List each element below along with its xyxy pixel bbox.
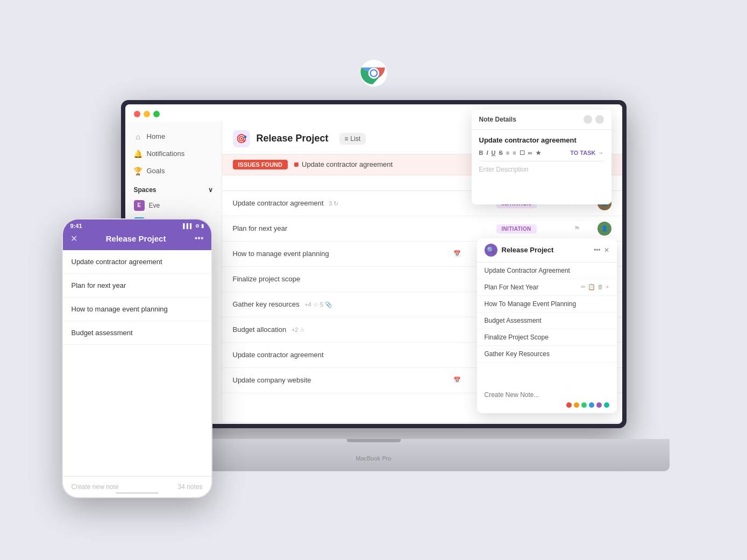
spaces-label: Spaces — [134, 186, 156, 194]
release-notes-panel: 🔍 Release Project ••• ✕ Update Contracto… — [477, 238, 617, 413]
underline-button[interactable]: U — [492, 150, 496, 156]
svg-point-6 — [371, 70, 376, 75]
note-description[interactable]: Enter Description — [479, 166, 604, 198]
color-dot-blue[interactable] — [589, 402, 594, 408]
space-item-eve[interactable]: E Eve — [125, 197, 222, 214]
space-badge: E — [134, 200, 145, 211]
bell-icon: 🔔 — [134, 150, 143, 158]
color-dot-green[interactable] — [581, 402, 587, 408]
popup-controls — [584, 115, 604, 124]
list-item[interactable]: Budget assessment — [63, 321, 211, 345]
release-panel-footer — [477, 384, 617, 413]
mobile-phone: 9:41 ▌▌▌ ⊘ ▮ ✕ Release Project ••• Updat… — [62, 218, 212, 498]
phone-header: ✕ Release Project ••• — [63, 229, 211, 250]
color-selector — [485, 402, 609, 408]
list-item[interactable]: Update contractor agreement — [63, 250, 211, 274]
phone-notes-count: 34 notes — [177, 483, 202, 491]
chevron-down-icon: ∨ — [208, 186, 213, 194]
popup-close-btn[interactable] — [595, 115, 604, 124]
release-panel-actions: ••• ✕ — [594, 246, 609, 254]
project-icon: 🎯 — [233, 130, 250, 147]
color-dot-teal[interactable] — [604, 402, 609, 408]
minimize-button[interactable] — [144, 111, 150, 117]
list-item[interactable]: Update Contractor Agreement — [477, 263, 617, 279]
list-item[interactable]: Budget Assessment — [477, 313, 617, 329]
create-note-input[interactable] — [485, 391, 609, 399]
phone-status-icons: ▌▌▌ ⊘ ▮ — [183, 223, 203, 229]
list-item[interactable]: Plan for next year — [63, 274, 211, 297]
italic-button[interactable]: I — [486, 150, 488, 156]
checkbox-button[interactable]: ☐ — [520, 150, 525, 157]
link-button[interactable]: ∞ — [528, 150, 532, 156]
list-item[interactable]: Gather Key Resources — [477, 346, 617, 363]
arrow-icon: → — [598, 150, 604, 156]
popup-body: Update contractor agreement B I U S ≡ ≡ … — [472, 130, 611, 204]
add-note-button[interactable]: + — [606, 283, 609, 290]
tab-list[interactable]: ≡ List — [339, 133, 366, 145]
popup-toolbar: B I U S ≡ ≡ ☐ ∞ ★ TO TASK → — [479, 150, 604, 161]
copy-note-button[interactable]: 📋 — [588, 283, 595, 290]
release-panel-title: Release Project — [502, 246, 589, 254]
phone-handle — [116, 492, 159, 494]
battery-icon: ▮ — [201, 223, 204, 229]
close-button[interactable] — [134, 111, 140, 117]
release-panel-header: 🔍 Release Project ••• ✕ — [477, 238, 617, 263]
color-dot-red[interactable] — [566, 402, 572, 408]
numbered-list-button[interactable]: ≡ — [513, 150, 516, 156]
more-options-button[interactable]: ••• — [594, 246, 601, 254]
edit-note-button[interactable]: ✏ — [581, 283, 586, 290]
table-row[interactable]: Plan for next year INITIATION ⚑ 👤 — [222, 216, 622, 242]
list-item[interactable]: Plan For Next Year ✏ 📋 🗑 + — [477, 279, 617, 296]
search-icon[interactable]: 🔍 — [485, 244, 497, 257]
note-item-actions: ✏ 📋 🗑 + — [581, 283, 609, 290]
list-item[interactable]: Finalize Project Scope — [477, 329, 617, 346]
color-dot-purple[interactable] — [596, 402, 602, 408]
issues-badge: ISSUES FOUND — [233, 160, 288, 169]
sidebar-item-goals[interactable]: 🏆 Goals — [125, 162, 222, 180]
chrome-icon — [360, 60, 387, 87]
close-panel-button[interactable]: ✕ — [604, 246, 609, 254]
to-task-button[interactable]: TO TASK → — [570, 150, 603, 156]
popup-note-title: Update contractor agreement — [479, 136, 604, 144]
bullet-list-button[interactable]: ≡ — [506, 150, 509, 156]
stage-badge: INITIATION — [496, 224, 537, 233]
phone-time: 9:41 — [70, 223, 82, 229]
macbook-notch — [347, 439, 401, 442]
issue-dot — [294, 162, 298, 167]
wifi-icon: ⊘ — [195, 223, 200, 229]
maximize-button[interactable] — [153, 111, 160, 117]
sidebar-item-home[interactable]: ⌂ Home — [125, 128, 222, 145]
phone-more-button[interactable]: ••• — [195, 233, 204, 243]
phone-note-list: Update contractor agreement Plan for nex… — [63, 250, 211, 345]
phone-create-note-label[interactable]: Create new note — [72, 483, 119, 491]
trophy-icon: 🏆 — [134, 167, 143, 175]
popup-minimize-btn[interactable] — [584, 115, 592, 124]
bold-button[interactable]: B — [479, 150, 483, 156]
signal-icon: ▌▌▌ — [183, 223, 193, 229]
avatar: 👤 — [597, 222, 611, 236]
color-dot-orange[interactable] — [574, 402, 579, 408]
home-icon: ⌂ — [134, 132, 143, 141]
sidebar-item-notifications[interactable]: 🔔 Notifications — [125, 145, 222, 162]
issue-item[interactable]: Update contractor agreement — [294, 160, 393, 168]
list-item[interactable]: How To Manage Event Planning — [477, 296, 617, 313]
phone-project-title: Release Project — [106, 234, 166, 243]
view-tabs: ≡ List — [339, 133, 366, 145]
phone-status-bar: 9:41 ▌▌▌ ⊘ ▮ — [63, 219, 211, 229]
phone-close-button[interactable]: ✕ — [70, 233, 77, 244]
page-title: Release Project — [257, 133, 329, 144]
list-icon: ≡ — [345, 135, 348, 143]
delete-note-button[interactable]: 🗑 — [597, 283, 603, 290]
star-button[interactable]: ★ — [536, 150, 541, 157]
strikethrough-button[interactable]: S — [499, 150, 502, 156]
note-details-popup: Note Details Update contractor agreement… — [472, 110, 611, 204]
list-item[interactable]: How to manage event planning — [63, 297, 211, 321]
popup-header: Note Details — [472, 110, 611, 130]
phone-footer: Create new note 34 notes — [63, 476, 211, 497]
